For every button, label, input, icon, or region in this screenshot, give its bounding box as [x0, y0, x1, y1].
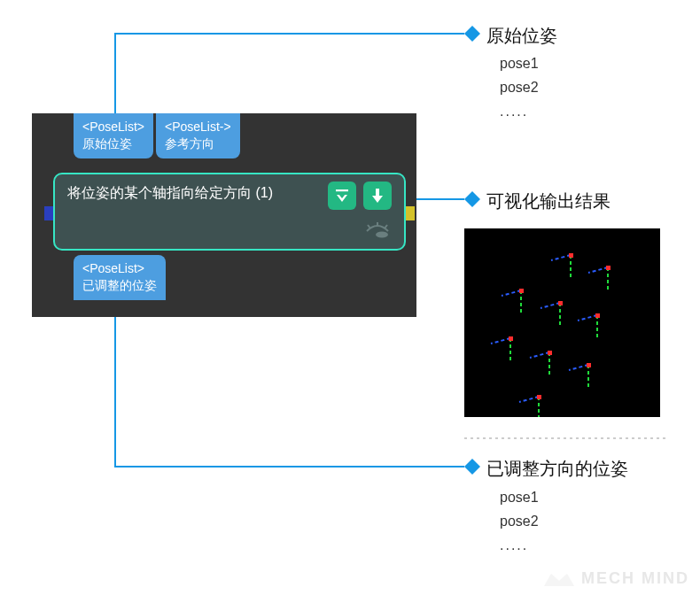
annotation-list-original: pose1 pose2 ..... [500, 51, 539, 124]
port-type: <PoseList> [82, 260, 157, 277]
svg-rect-29 [595, 313, 600, 318]
svg-rect-20 [606, 266, 611, 270]
node-exec-in-port[interactable] [44, 206, 53, 220]
output-port-adjusted-pose[interactable]: <PoseList> 已调整的位姿 [74, 255, 166, 300]
port-label: 参考方向 [165, 135, 231, 152]
svg-point-13 [376, 232, 388, 238]
node-block[interactable]: 将位姿的某个轴指向给定方向 (1) [53, 173, 406, 251]
annotation-list-adjusted: pose1 pose2 ..... [500, 485, 539, 558]
svg-marker-0 [464, 26, 480, 42]
visibility-icon[interactable] [365, 222, 390, 242]
svg-rect-26 [558, 301, 563, 305]
svg-marker-2 [464, 191, 480, 207]
input-port-original-pose[interactable]: <PoseList> 原始位姿 [74, 113, 153, 158]
list-item: pose1 [500, 51, 539, 75]
list-item: pose1 [500, 485, 539, 509]
node-expand-button[interactable] [328, 182, 356, 210]
list-more: ..... [500, 533, 539, 557]
svg-marker-3 [464, 459, 480, 475]
port-type: <PoseList> [82, 119, 144, 135]
list-item: pose2 [500, 75, 539, 99]
watermark: MECH MIND [544, 569, 689, 588]
input-port-ref-direction[interactable]: <PoseList-> 参考方向 [156, 113, 240, 158]
svg-rect-17 [569, 253, 573, 258]
node-run-button[interactable] [363, 182, 392, 210]
svg-rect-38 [587, 363, 591, 367]
svg-rect-41 [537, 395, 541, 399]
node-exec-out-port[interactable] [406, 206, 415, 220]
annotation-title-vis: 可视化输出结果 [486, 189, 611, 213]
annotation-title-adjusted: 已调整方向的位姿 [486, 457, 628, 481]
svg-rect-5 [336, 189, 348, 191]
svg-rect-32 [509, 336, 513, 341]
watermark-logo-icon [544, 570, 574, 588]
svg-marker-42 [544, 574, 574, 586]
svg-marker-9 [372, 196, 383, 203]
svg-line-10 [368, 225, 370, 228]
node-title: 将位姿的某个轴指向给定方向 (1) [67, 184, 273, 203]
port-type: <PoseList-> [165, 119, 231, 135]
list-item: pose2 [500, 509, 539, 533]
visualization-thumbnail [464, 228, 660, 417]
port-label: 原始位姿 [82, 135, 144, 152]
list-more: ..... [500, 99, 539, 123]
port-label: 已调整的位姿 [82, 277, 157, 294]
svg-rect-23 [519, 289, 524, 293]
arrow-down-icon [370, 188, 385, 204]
annotation-title-original: 原始位姿 [486, 24, 557, 48]
svg-line-12 [385, 225, 387, 228]
svg-rect-35 [548, 351, 552, 355]
svg-rect-8 [376, 189, 379, 197]
watermark-text: MECH MIND [581, 569, 689, 588]
expand-down-icon [334, 188, 350, 204]
